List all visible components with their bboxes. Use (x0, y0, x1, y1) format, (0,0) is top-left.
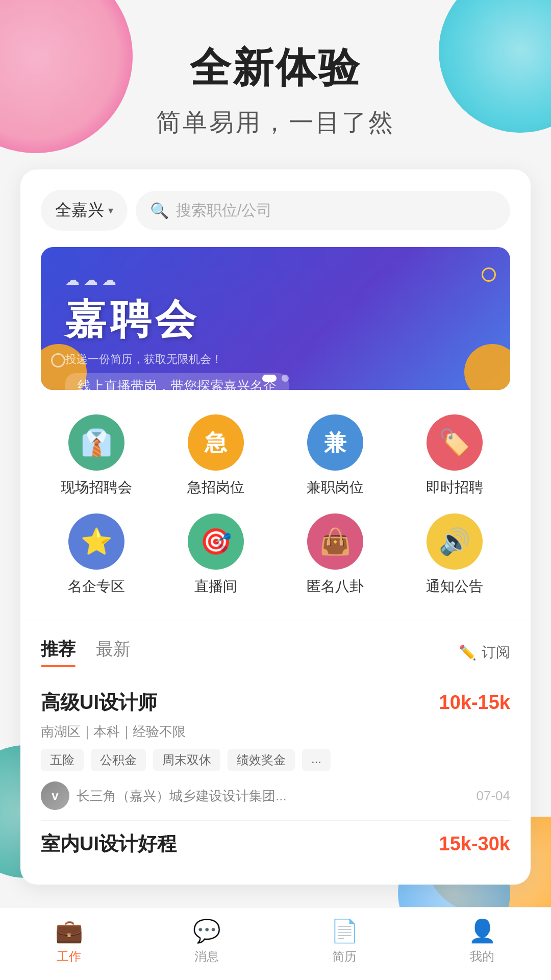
nav-mine-label: 我的 (470, 948, 494, 965)
hero-section: 全新体验 简单易用，一目了然 (0, 0, 551, 169)
message-icon: 💬 (193, 918, 221, 944)
category-icon-gossip: 👜 (307, 513, 363, 570)
banner-title: 嘉聘会 (65, 292, 486, 348)
category-urgent[interactable]: 急 急招岗位 (160, 414, 271, 497)
subscribe-button[interactable]: ✏️ 订阅 (459, 643, 510, 662)
category-job-fair[interactable]: 👔 现场招聘会 (41, 414, 152, 497)
banner-sub2: 线上直播带岗，带您探索嘉兴名企 (65, 373, 289, 390)
category-icon-notice: 🔊 (427, 513, 483, 570)
location-label: 全嘉兴 (55, 199, 104, 222)
nav-message[interactable]: 💬 消息 (138, 908, 276, 970)
company-row-1: v 长三角（嘉兴）城乡建设设计集团... 07-04 (41, 781, 510, 810)
category-label-job-fair: 现场招聘会 (61, 478, 132, 497)
mine-icon: 👤 (468, 918, 496, 944)
nav-work-label: 工作 (57, 948, 81, 965)
company-date-1: 07-04 (477, 788, 511, 804)
banner-sub1: 投递一份简历，获取无限机会！ (65, 352, 486, 367)
tag-more: ... (302, 749, 331, 771)
banner-dot-left (51, 353, 65, 368)
job-title-2: 室内UI设计好程 (41, 831, 177, 857)
job-tags-1: 五险 公积金 周末双休 绩效奖金 ... (41, 749, 510, 771)
tab-latest[interactable]: 最新 (96, 638, 131, 667)
category-label-parttime: 兼职岗位 (307, 478, 364, 497)
category-icon-instant: 🏷️ (427, 414, 483, 471)
search-placeholder: 搜索职位/公司 (176, 200, 272, 221)
section-divider (20, 621, 531, 621)
tag-weekend: 周末双休 (153, 749, 220, 771)
nav-work[interactable]: 💼 工作 (0, 908, 138, 970)
main-card: 全嘉兴 ▾ 🔍 搜索职位/公司 ☁ ☁ ☁ 嘉聘会 投递一份简历，获取无限机会！… (20, 169, 531, 885)
category-parttime[interactable]: 兼 兼职岗位 (280, 414, 391, 497)
hero-subtitle: 简单易用，一目了然 (31, 106, 520, 139)
category-live[interactable]: 🎯 直播间 (160, 513, 271, 596)
company-name-1: 长三角（嘉兴）城乡建设设计集团... (77, 787, 469, 805)
category-label-gossip: 匿名八卦 (307, 577, 364, 596)
category-elite[interactable]: ⭐ 名企专区 (41, 513, 152, 596)
subscribe-label: 订阅 (482, 643, 510, 662)
nav-message-label: 消息 (194, 948, 219, 965)
avatar-icon: v (52, 789, 58, 803)
category-icon-job-fair: 👔 (68, 414, 124, 471)
chevron-down-icon: ▾ (108, 204, 113, 216)
nav-resume-label: 简历 (332, 948, 357, 965)
banner[interactable]: ☁ ☁ ☁ 嘉聘会 投递一份简历，获取无限机会！ 线上直播带岗，带您探索嘉兴名企 (41, 247, 510, 390)
tag-fund: 公积金 (91, 749, 146, 771)
category-notice[interactable]: 🔊 通知公告 (399, 513, 510, 596)
tag-bonus: 绩效奖金 (228, 749, 295, 771)
category-icon-parttime: 兼 (307, 414, 363, 471)
location-button[interactable]: 全嘉兴 ▾ (41, 190, 128, 231)
job-card-1[interactable]: 高级UI设计师 10k-15k 南湖区｜本科｜经验不限 五险 公积金 周末双休 … (41, 679, 510, 821)
job-header-1: 高级UI设计师 10k-15k (41, 690, 510, 716)
resume-icon: 📄 (331, 918, 359, 944)
nav-resume[interactable]: 📄 简历 (276, 908, 413, 970)
job-salary-1: 10k-15k (439, 692, 510, 714)
edit-icon: ✏️ (459, 644, 477, 661)
job-header-2: 室内UI设计好程 15k-30k (41, 831, 510, 857)
job-title-1: 高级UI设计师 (41, 690, 157, 716)
search-icon: 🔍 (150, 202, 169, 219)
tabs-row: 推荐 最新 ✏️ 订阅 (41, 638, 510, 667)
tag-insurance: 五险 (41, 749, 84, 771)
category-label-live: 直播间 (194, 577, 237, 596)
category-icon-elite: ⭐ (68, 513, 124, 570)
search-bar: 全嘉兴 ▾ 🔍 搜索职位/公司 (41, 190, 510, 231)
category-label-elite: 名企专区 (68, 577, 125, 596)
tab-recommend[interactable]: 推荐 (41, 638, 76, 667)
hero-title: 全新体验 (31, 41, 520, 96)
category-instant[interactable]: 🏷️ 即时招聘 (399, 414, 510, 497)
category-gossip[interactable]: 👜 匿名八卦 (280, 513, 391, 596)
category-label-notice: 通知公告 (426, 577, 483, 596)
job-salary-2: 15k-30k (439, 833, 510, 855)
category-icon-urgent: 急 (188, 414, 244, 471)
bottom-nav: 💼 工作 💬 消息 📄 简历 👤 我的 (0, 907, 551, 980)
category-label-instant: 即时招聘 (426, 478, 483, 497)
search-input-wrap[interactable]: 🔍 搜索职位/公司 (136, 191, 510, 230)
job-card-2[interactable]: 室内UI设计好程 15k-30k (41, 821, 510, 857)
category-grid: 👔 现场招聘会 急 急招岗位 兼 兼职岗位 🏷️ 即时招聘 ⭐ 名企专区 🎯 直… (41, 414, 510, 596)
nav-mine[interactable]: 👤 我的 (413, 908, 551, 970)
banner-cloud-icon: ☁ ☁ ☁ (65, 272, 486, 288)
category-label-urgent: 急招岗位 (187, 478, 244, 497)
work-icon: 💼 (55, 918, 83, 944)
job-meta-1: 南湖区｜本科｜经验不限 (41, 723, 510, 741)
category-icon-live: 🎯 (188, 513, 244, 570)
company-avatar-1: v (41, 781, 69, 810)
